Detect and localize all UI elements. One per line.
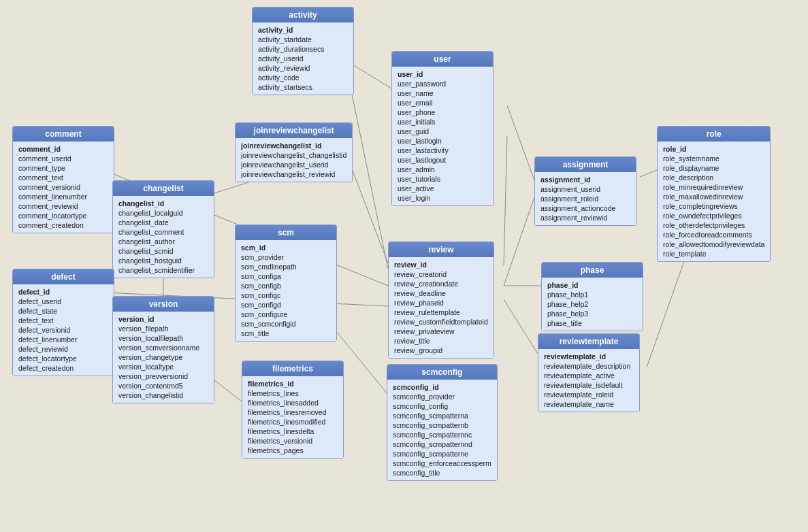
field-defect_text: defect_text	[18, 316, 108, 325]
field-phase_help2: phase_help2	[547, 299, 637, 309]
table-body-assignment: assignment_idassignment_useridassignment…	[535, 172, 636, 225]
field-phase_help3: phase_help3	[547, 309, 637, 318]
field-user_login: user_login	[398, 193, 487, 203]
field-filemetrics_pages: filemetrics_pages	[248, 446, 338, 455]
field-comment_locatortype: comment_locatortype	[18, 211, 108, 220]
table-body-version: version_idversion_filepathversion_localf…	[113, 312, 214, 403]
table-body-user: user_iduser_passworduser_nameuser_emailu…	[392, 67, 493, 205]
field-joinreviewchangelist_userid: joinreviewchangelist_userid	[241, 160, 346, 169]
field-scm_configc: scm_configc	[241, 290, 331, 300]
table-body-scm: scm_idscm_providerscm_cmdlinepathscm_con…	[236, 240, 336, 341]
svg-line-5	[504, 197, 534, 286]
table-header-version: version	[113, 297, 214, 312]
field-activity_id: activity_id	[258, 25, 348, 35]
field-changelist_comment: changelist_comment	[118, 227, 208, 237]
field-user_name: user_name	[398, 88, 487, 98]
field-comment_reviewid: comment_reviewid	[18, 201, 108, 211]
field-role_displayname: role_displayname	[663, 163, 764, 173]
field-scm_cmdlinepath: scm_cmdlinepath	[241, 262, 331, 271]
field-version_filepath: version_filepath	[118, 324, 208, 333]
table-body-filemetrics: filemetrics_idfilemetrics_linesfilemetri…	[242, 376, 343, 458]
field-assignment_reviewid: assignment_reviewid	[540, 213, 630, 222]
field-role_systemname: role_systemname	[663, 154, 764, 163]
field-review_deadline: review_deadline	[394, 288, 488, 298]
field-version_prevversionid: version_prevversionid	[118, 371, 208, 381]
field-defect_locatortype: defect_locatortype	[18, 354, 108, 363]
table-scm: scmscm_idscm_providerscm_cmdlinepathscm_…	[235, 225, 337, 342]
table-header-activity: activity	[253, 7, 353, 22]
svg-line-11	[211, 378, 242, 401]
field-activity_userid: activity_userid	[258, 54, 348, 63]
field-defect_createdon: defect_createdon	[18, 363, 108, 373]
table-defect: defectdefect_iddefect_useriddefect_state…	[12, 269, 114, 376]
table-comment: commentcomment_idcomment_useridcomment_t…	[12, 126, 114, 233]
field-scm_title: scm_title	[241, 329, 331, 338]
table-header-assignment: assignment	[535, 157, 636, 172]
table-header-defect: defect	[13, 269, 114, 284]
field-version_changelistid: version_changelistid	[118, 390, 208, 400]
table-body-changelist: changelist_idchangelist_localguidchangel…	[113, 196, 214, 278]
table-phase: phasephase_idphase_help1phase_help2phase…	[541, 262, 643, 331]
field-role_id: role_id	[663, 144, 764, 154]
table-header-scmconfig: scmconfig	[387, 365, 497, 380]
field-activity_reviewid: activity_reviewid	[258, 63, 348, 73]
table-body-comment: comment_idcomment_useridcomment_typecomm…	[13, 142, 114, 233]
field-phase_help1: phase_help1	[547, 290, 637, 299]
field-scm_configd: scm_configd	[241, 300, 331, 310]
field-review_rulettemplate: review_rulettemplate	[394, 307, 488, 317]
field-scmconfig_enforceaccessperm: scmconfig_enforceaccessperm	[393, 459, 491, 468]
field-filemetrics_linesdelta: filemetrics_linesdelta	[248, 427, 338, 436]
table-header-scm: scm	[236, 225, 336, 240]
field-review_privateview: review_privateview	[394, 327, 488, 336]
table-role: rolerole_idrole_systemnamerole_displayna…	[657, 126, 771, 262]
field-version_id: version_id	[118, 314, 208, 324]
field-version_contentmd5: version_contentmd5	[118, 381, 208, 390]
field-comment_type: comment_type	[18, 163, 108, 173]
field-reviewtemplate_name: reviewtemplate_name	[544, 399, 634, 409]
field-joinreviewchangelist_changelistid: joinreviewchangelist_changelistid	[241, 150, 346, 160]
table-review: reviewreview_idreview_creatoridreview_cr…	[388, 242, 494, 359]
field-changelist_scmidentifier: changelist_scmidentifier	[118, 265, 208, 275]
svg-line-15	[647, 252, 688, 367]
field-assignment_actioncode: assignment_actioncode	[540, 203, 630, 213]
field-scmconfig_config: scmconfig_config	[393, 401, 491, 411]
field-review_groupid: review_groupid	[394, 346, 488, 355]
table-version: versionversion_idversion_filepathversion…	[112, 296, 214, 403]
table-activity: activityactivity_idactivity_startdateact…	[252, 7, 354, 95]
field-user_active: user_active	[398, 184, 487, 193]
field-scmconfig_title: scmconfig_title	[393, 468, 491, 478]
field-comment_createdon: comment_createdon	[18, 220, 108, 230]
field-scm_scmconfigid: scm_scmconfigid	[241, 319, 331, 329]
field-comment_userid: comment_userid	[18, 154, 108, 163]
field-filemetrics_versionid: filemetrics_versionid	[248, 436, 338, 446]
table-header-joinreviewchangelist: joinreviewchangelist	[236, 123, 352, 138]
field-comment_text: comment_text	[18, 173, 108, 182]
field-changelist_scmid: changelist_scmid	[118, 246, 208, 256]
field-comment_id: comment_id	[18, 144, 108, 154]
field-role_description: role_description	[663, 173, 764, 182]
field-role_minrequiredinreview: role_minrequiredinreview	[663, 182, 764, 192]
field-version_localfilepath: version_localfilepath	[118, 333, 208, 343]
field-review_creatorid: review_creatorid	[394, 269, 488, 279]
field-activity_durationsecs: activity_durationsecs	[258, 44, 348, 54]
field-reviewtemplate_isdefault: reviewtemplate_isdefault	[544, 380, 634, 390]
field-changelist_localguid: changelist_localguid	[118, 208, 208, 218]
table-joinreviewchangelist: joinreviewchangelistjoinreviewchangelist…	[235, 122, 353, 182]
svg-line-1	[347, 71, 388, 269]
field-phase_id: phase_id	[547, 280, 637, 290]
table-scmconfig: scmconfigscmconfig_idscmconfig_providers…	[387, 364, 498, 481]
field-review_creationdate: review_creationdate	[394, 279, 488, 288]
table-body-role: role_idrole_systemnamerole_displaynamero…	[658, 142, 770, 261]
erd-diagram: activityactivity_idactivity_startdateact…	[0, 0, 808, 532]
table-header-reviewtemplate: reviewtemplate	[538, 334, 639, 349]
table-body-defect: defect_iddefect_useriddefect_statedefect…	[13, 284, 114, 376]
svg-line-2	[507, 105, 534, 180]
field-role_completingreviews: role_completingreviews	[663, 201, 764, 211]
field-role_otherdefectprivileges: role_otherdefectprivileges	[663, 220, 764, 230]
field-user_lastlogout: user_lastlogout	[398, 155, 487, 165]
field-review_title: review_title	[394, 336, 488, 346]
table-header-role: role	[658, 127, 770, 142]
field-scm_id: scm_id	[241, 243, 331, 252]
field-defect_linenumber: defect_linenumber	[18, 335, 108, 344]
field-review_id: review_id	[394, 260, 488, 269]
